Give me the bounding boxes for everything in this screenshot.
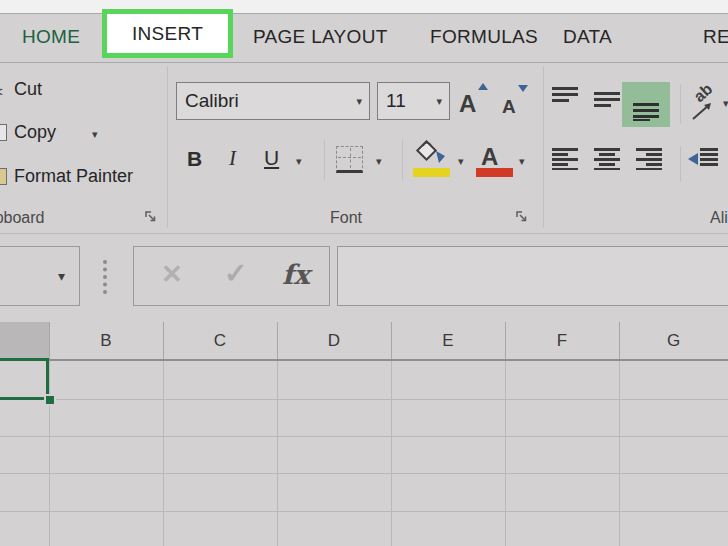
orientation-dropdown-icon[interactable]: ▾ xyxy=(723,98,728,109)
formula-buttons-box: ✕ ✓ fx xyxy=(133,246,330,306)
middle-align-button[interactable] xyxy=(594,90,620,110)
gridline xyxy=(0,473,728,474)
borders-button[interactable] xyxy=(336,146,363,173)
gridline xyxy=(0,511,728,512)
orientation-arrow-icon xyxy=(690,98,716,122)
column-header-d[interactable]: D xyxy=(277,322,391,359)
font-name-value: Calibri xyxy=(185,90,239,112)
format-painter-button[interactable]: Format Painter xyxy=(14,165,133,187)
gridline xyxy=(277,361,278,546)
decrease-indent-button[interactable] xyxy=(688,148,718,170)
gridline xyxy=(0,399,728,400)
font-size-value: 11 xyxy=(386,90,406,112)
font-group-label: Font xyxy=(330,209,362,227)
center-align-button[interactable] xyxy=(594,148,620,170)
insert-function-icon[interactable]: fx xyxy=(282,259,310,290)
italic-button[interactable]: I xyxy=(229,148,236,169)
gridline xyxy=(505,361,506,546)
copy-icon xyxy=(0,124,7,141)
header-divider xyxy=(163,322,164,359)
align-right-button[interactable] xyxy=(636,148,662,170)
selected-cell-border[interactable] xyxy=(0,358,49,400)
small-separator xyxy=(680,84,681,124)
tab-formulas[interactable]: FORMULAS xyxy=(430,26,538,48)
alignment-group-label: Alignment xyxy=(710,209,728,227)
small-separator xyxy=(680,146,681,182)
gridline xyxy=(619,361,620,546)
underline-button[interactable]: U xyxy=(264,147,279,168)
tab-review[interactable]: REVIEW xyxy=(703,26,728,48)
tab-data[interactable]: DATA xyxy=(563,26,612,48)
bottom-align-icon xyxy=(633,101,659,121)
gridline xyxy=(49,361,50,546)
bottom-align-button[interactable] xyxy=(622,82,670,127)
group-separator xyxy=(167,66,168,228)
grow-font-arrow-icon xyxy=(478,83,488,90)
font-name-combo[interactable]: Calibri ▾ xyxy=(176,82,370,120)
shrink-font-button[interactable]: A xyxy=(502,97,516,116)
scissors-icon: ✂ xyxy=(0,80,4,104)
column-header-a-selected[interactable] xyxy=(0,322,49,359)
insert-tab-highlight[interactable]: INSERT xyxy=(102,9,233,58)
align-left-button[interactable] xyxy=(552,148,578,170)
font-name-dropdown-icon[interactable]: ▾ xyxy=(356,95,362,108)
font-color-swatch[interactable] xyxy=(476,168,513,177)
formula-bar-input[interactable] xyxy=(337,246,728,306)
small-separator xyxy=(324,140,325,180)
bold-button[interactable]: B xyxy=(187,148,202,169)
clipboard-dialog-launcher-icon[interactable] xyxy=(144,210,157,223)
column-header-b[interactable]: B xyxy=(49,322,163,359)
copy-dropdown-icon[interactable]: ▾ xyxy=(92,129,98,140)
header-divider xyxy=(49,322,50,359)
header-divider xyxy=(391,322,392,359)
header-divider xyxy=(619,322,620,359)
ribbon-bottom-border xyxy=(0,233,728,234)
font-color-dropdown-icon[interactable]: ▾ xyxy=(519,156,525,167)
clipboard-group-label: Clipboard xyxy=(0,209,44,227)
orientation-button[interactable]: ab xyxy=(688,84,724,124)
column-header-g[interactable]: G xyxy=(619,322,728,359)
tab-row-divider xyxy=(0,62,728,63)
excel-window: HOME INSERT PAGE LAYOUT FORMULAS DATA RE… xyxy=(0,0,728,546)
shrink-font-arrow-icon xyxy=(518,85,528,92)
format-painter-icon xyxy=(0,168,7,185)
header-divider xyxy=(505,322,506,359)
tab-page-layout[interactable]: PAGE LAYOUT xyxy=(253,26,388,48)
gridline xyxy=(0,436,728,437)
tab-home[interactable]: HOME xyxy=(22,26,80,48)
small-separator xyxy=(402,140,403,180)
name-box[interactable]: ▾ xyxy=(0,246,80,306)
column-header-c[interactable]: C xyxy=(163,322,277,359)
underline-dropdown-icon[interactable]: ▾ xyxy=(296,156,302,167)
grow-font-button[interactable]: A xyxy=(459,92,476,116)
font-dialog-launcher-icon[interactable] xyxy=(515,210,528,223)
top-align-button[interactable] xyxy=(552,87,578,107)
fill-color-swatch[interactable] xyxy=(413,168,450,177)
copy-button[interactable]: Copy xyxy=(14,121,56,143)
fill-color-bucket-icon[interactable] xyxy=(410,140,450,167)
fill-color-dropdown-icon[interactable]: ▾ xyxy=(458,156,464,167)
header-divider xyxy=(277,322,278,359)
gridline xyxy=(163,361,164,546)
enter-icon[interactable]: ✓ xyxy=(224,260,247,288)
font-size-dropdown-icon[interactable]: ▾ xyxy=(436,95,442,108)
cut-button[interactable]: Cut xyxy=(14,78,42,100)
borders-dropdown-icon[interactable]: ▾ xyxy=(376,156,382,167)
formula-bar-grip[interactable] xyxy=(103,260,107,294)
font-size-combo[interactable]: 11 ▾ xyxy=(377,82,450,120)
group-separator xyxy=(543,66,544,228)
name-box-dropdown-icon[interactable]: ▾ xyxy=(58,269,65,283)
font-color-button[interactable]: A xyxy=(481,145,498,169)
column-header-e[interactable]: E xyxy=(391,322,505,359)
cancel-icon[interactable]: ✕ xyxy=(161,261,183,287)
gridline xyxy=(391,361,392,546)
column-header-f[interactable]: F xyxy=(505,322,619,359)
fill-handle[interactable] xyxy=(44,394,56,406)
tab-insert[interactable]: INSERT xyxy=(132,23,203,45)
